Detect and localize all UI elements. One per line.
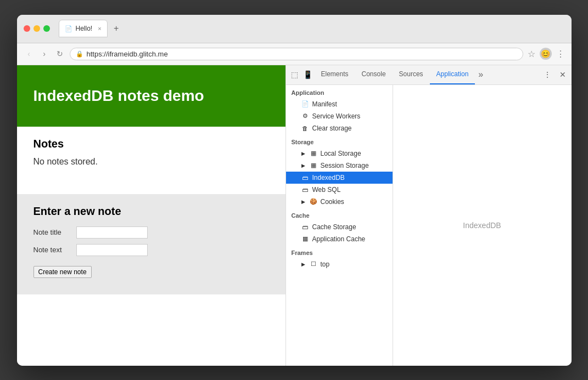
devtools-sidebar: Application 📄 Manifest ⚙ Service Workers… <box>286 85 393 366</box>
sidebar-item-clear-storage[interactable]: 🗑 Clear storage <box>286 122 393 134</box>
application-section-label: Application <box>286 85 393 98</box>
indexeddb-icon: 🗃 <box>301 174 309 181</box>
sidebar-item-cookies[interactable]: ▶ 🍪 Cookies <box>286 196 393 208</box>
sidebar-item-top[interactable]: ▶ ☐ top <box>286 258 393 270</box>
tab-application[interactable]: Application <box>430 65 475 84</box>
tab-elements-label: Elements <box>321 70 349 78</box>
device-mode-button[interactable]: 📱 <box>301 68 315 81</box>
url-bar[interactable]: 🔒 https://iframeidb.glitch.me <box>70 48 523 60</box>
sidebar-item-top-label: top <box>321 260 330 268</box>
close-button[interactable] <box>24 25 30 32</box>
indexeddb-placeholder: IndexedDB <box>463 221 501 230</box>
web-sql-icon: 🗃 <box>301 186 309 193</box>
tab-console[interactable]: Console <box>355 65 393 84</box>
tab-close-button[interactable]: × <box>98 25 101 32</box>
sidebar-item-session-storage[interactable]: ▶ ▦ Session Storage <box>286 160 393 172</box>
note-title-row: Note title <box>33 226 269 239</box>
sidebar-item-application-cache-label: Application Cache <box>312 235 366 243</box>
forward-button[interactable]: › <box>39 48 50 59</box>
sidebar-item-application-cache[interactable]: ▦ Application Cache <box>286 233 393 245</box>
avatar[interactable]: 😊 <box>540 48 552 60</box>
webpage-title: IndexedDB notes demo <box>33 87 269 105</box>
sidebar-item-cache-storage[interactable]: 🗃 Cache Storage <box>286 221 393 233</box>
note-text-row: Note text <box>33 244 269 256</box>
webpage-preview: IndexedDB notes demo Notes No notes stor… <box>17 65 286 366</box>
webpage-header: IndexedDB notes demo <box>17 65 285 127</box>
sidebar-item-web-sql-label: Web SQL <box>312 186 341 194</box>
browser-window: 📄 Hello! × + ‹ › ↻ 🔒 https://iframeidb.g… <box>17 15 572 366</box>
sidebar-item-cookies-label: Cookies <box>321 198 344 206</box>
bookmark-icon[interactable]: ☆ <box>528 49 535 59</box>
local-storage-arrow: ▶ <box>301 151 305 156</box>
address-bar: ‹ › ↻ 🔒 https://iframeidb.glitch.me ☆ 😊 … <box>17 43 572 65</box>
sidebar-item-clear-storage-label: Clear storage <box>312 124 352 132</box>
tab-sources[interactable]: Sources <box>393 65 430 84</box>
devtools-close-icon: ✕ <box>559 70 566 79</box>
main-area: IndexedDB notes demo Notes No notes stor… <box>17 65 572 366</box>
forward-icon: › <box>43 49 46 58</box>
reload-icon: ↻ <box>57 49 63 58</box>
cookies-arrow: ▶ <box>301 199 305 205</box>
devtools-close-button[interactable]: ✕ <box>556 68 569 81</box>
sidebar-item-indexeddb-label: IndexedDB <box>312 174 345 182</box>
url-text: https://iframeidb.glitch.me <box>87 50 168 58</box>
cache-section-label: Cache <box>286 208 393 221</box>
create-note-button[interactable]: Create new note <box>33 266 92 278</box>
form-heading: Enter a new note <box>33 205 269 218</box>
address-actions: ☆ 😊 ⋮ <box>528 48 565 60</box>
devtools-actions: ⋮ ✕ <box>541 68 569 81</box>
tab-elements[interactable]: Elements <box>315 65 355 84</box>
note-title-label: Note title <box>33 228 72 236</box>
inspect-element-button[interactable]: ⬚ <box>288 68 301 81</box>
sidebar-item-local-storage-label: Local Storage <box>321 150 361 157</box>
lock-icon: 🔒 <box>76 50 83 58</box>
tab-application-label: Application <box>436 70 469 78</box>
devtools-panel: ⬚ 📱 Elements Console Sources Application… <box>286 65 572 366</box>
sidebar-item-local-storage[interactable]: ▶ ▦ Local Storage <box>286 148 393 160</box>
inspect-icon: ⬚ <box>291 70 298 79</box>
cookies-icon: 🍪 <box>310 198 317 205</box>
top-icon: ☐ <box>310 260 317 268</box>
tab-bar: 📄 Hello! × + <box>59 20 565 37</box>
application-cache-icon: ▦ <box>301 235 309 242</box>
minimize-button[interactable] <box>33 25 40 32</box>
manifest-icon: 📄 <box>301 100 309 107</box>
storage-section-label: Storage <box>286 134 393 148</box>
sidebar-item-service-workers-label: Service Workers <box>312 112 361 120</box>
reload-button[interactable]: ↻ <box>54 48 65 59</box>
top-arrow: ▶ <box>301 262 305 267</box>
no-notes-text: No notes stored. <box>33 157 269 167</box>
sidebar-item-indexeddb[interactable]: 🗃 IndexedDB <box>286 172 393 184</box>
sidebar-item-web-sql[interactable]: 🗃 Web SQL <box>286 184 393 196</box>
menu-icon[interactable]: ⋮ <box>556 49 565 59</box>
session-storage-icon: ▦ <box>310 162 317 169</box>
sidebar-item-manifest[interactable]: 📄 Manifest <box>286 98 393 110</box>
device-icon: 📱 <box>303 70 312 79</box>
more-tabs-button[interactable]: » <box>475 70 486 80</box>
back-icon: ‹ <box>27 49 30 58</box>
tab-sources-label: Sources <box>399 70 423 78</box>
maximize-button[interactable] <box>43 25 50 32</box>
frames-section-label: Frames <box>286 245 393 258</box>
tab-favicon: 📄 <box>65 25 72 32</box>
sidebar-item-manifest-label: Manifest <box>312 100 337 108</box>
devtools-body: Application 📄 Manifest ⚙ Service Workers… <box>286 85 572 366</box>
note-text-input[interactable] <box>76 244 148 256</box>
back-button[interactable]: ‹ <box>24 48 35 59</box>
traffic-lights <box>24 25 50 32</box>
sidebar-item-service-workers[interactable]: ⚙ Service Workers <box>286 110 393 122</box>
devtools-more-button[interactable]: ⋮ <box>541 68 554 81</box>
session-storage-arrow: ▶ <box>301 163 305 168</box>
new-tab-button[interactable]: + <box>110 22 123 35</box>
note-title-input[interactable] <box>76 226 148 239</box>
browser-tab[interactable]: 📄 Hello! × <box>59 20 108 37</box>
service-workers-icon: ⚙ <box>301 112 309 120</box>
webpage-body: Notes No notes stored. <box>17 127 285 189</box>
devtools-main-content: IndexedDB <box>393 85 572 366</box>
clear-storage-icon: 🗑 <box>301 125 309 132</box>
sidebar-item-session-storage-label: Session Storage <box>321 162 369 169</box>
local-storage-icon: ▦ <box>310 150 317 157</box>
notes-heading: Notes <box>33 138 269 150</box>
cache-storage-icon: 🗃 <box>301 224 309 230</box>
devtools-tab-bar: ⬚ 📱 Elements Console Sources Application… <box>286 65 572 85</box>
